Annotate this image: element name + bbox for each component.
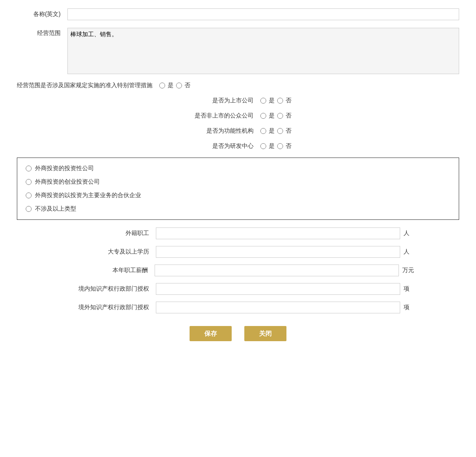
listed-company-radio-group: 是 否	[260, 97, 291, 104]
foreign-employees-unit: 人	[400, 230, 413, 237]
investment-option-3[interactable]: 外商投资的以投资为主要业务的合伙企业	[26, 192, 450, 199]
unlisted-public-radio-group: 是 否	[260, 112, 291, 120]
special-measures-row: 经营范围是否涉及国家规定实施的准入特别管理措施 是 否	[17, 82, 459, 89]
button-area: 保存 关闭	[17, 326, 459, 341]
investment-option-1-radio[interactable]	[26, 166, 32, 171]
investment-option-2[interactable]: 外商投资的创业投资公司	[26, 178, 450, 186]
foreign-employees-label: 外籍职工	[63, 230, 156, 237]
unlisted-public-no-radio[interactable]	[277, 113, 283, 119]
english-name-label: 各称(英文)	[17, 11, 67, 18]
foreign-employees-input[interactable]	[156, 227, 400, 239]
annual-salary-input[interactable]	[155, 265, 399, 276]
listed-company-row: 是否为上市公司 是 否	[17, 97, 459, 104]
investment-option-3-label: 外商投资的以投资为主要业务的合伙企业	[35, 192, 141, 199]
listed-company-no-radio[interactable]	[277, 98, 283, 104]
rd-center-label: 是否为研发中心	[185, 142, 260, 150]
investment-type-box: 外商投资的投资性公司 外商投资的创业投资公司 外商投资的以投资为主要业务的合伙企…	[17, 158, 459, 220]
annual-salary-unit: 万元	[399, 267, 414, 274]
special-measures-label: 经营范围是否涉及国家规定实施的准入特别管理措施	[17, 82, 152, 89]
college-edu-unit: 人	[400, 248, 413, 256]
rd-center-row: 是否为研发中心 是 否	[17, 142, 459, 150]
unlisted-public-no-label[interactable]: 否	[286, 112, 291, 120]
domestic-ip-row: 境内知识产权行政部门授权 项	[17, 283, 459, 295]
overseas-ip-unit: 项	[400, 304, 413, 311]
functional-org-yes-radio[interactable]	[260, 128, 266, 134]
overseas-ip-row: 境外知识产权行政部门授权 项	[17, 302, 459, 313]
foreign-employees-row: 外籍职工 人	[17, 227, 459, 239]
listed-company-label: 是否为上市公司	[185, 97, 260, 104]
rd-center-yes-radio[interactable]	[260, 143, 266, 149]
functional-org-radio-group: 是 否	[260, 127, 291, 135]
investment-option-4-radio[interactable]	[26, 206, 32, 212]
business-scope-label: 经营范围	[17, 28, 67, 37]
unlisted-public-label: 是否非上市的公众公司	[185, 112, 260, 120]
listed-company-yes-radio[interactable]	[260, 98, 266, 104]
investment-option-2-label: 外商投资的创业投资公司	[35, 178, 100, 186]
english-name-row: 各称(英文)	[17, 8, 459, 20]
unlisted-public-row: 是否非上市的公众公司 是 否	[17, 112, 459, 120]
college-edu-row: 大专及以上学历 人	[17, 246, 459, 258]
investment-option-4-label: 不涉及以上类型	[35, 205, 76, 213]
functional-org-no-radio[interactable]	[277, 128, 283, 134]
functional-org-label: 是否为功能性机构	[185, 127, 260, 135]
close-button[interactable]: 关闭	[244, 326, 286, 341]
special-measures-no-label[interactable]: 否	[185, 82, 190, 89]
college-edu-label: 大专及以上学历	[63, 248, 156, 256]
college-edu-input[interactable]	[156, 246, 400, 258]
english-name-input[interactable]	[67, 8, 459, 20]
investment-option-1-label: 外商投资的投资性公司	[35, 165, 94, 172]
special-measures-yes-radio[interactable]	[159, 83, 165, 88]
functional-org-no-label[interactable]: 否	[286, 127, 291, 135]
overseas-ip-input[interactable]	[156, 302, 400, 313]
form-section: 各称(英文) 经营范围 棒球加工、销售。 经营范围是否涉及国家规定实施的准入特别…	[17, 8, 459, 341]
rd-center-radio-group: 是 否	[260, 142, 291, 150]
annual-salary-label: 本年职工薪酬	[62, 267, 155, 274]
rd-center-no-radio[interactable]	[277, 143, 283, 149]
special-measures-yes-label[interactable]: 是	[168, 82, 174, 89]
unlisted-public-yes-label[interactable]: 是	[269, 112, 275, 120]
business-scope-textarea[interactable]: 棒球加工、销售。	[67, 28, 459, 74]
listed-company-yes-label[interactable]: 是	[269, 97, 275, 104]
listed-company-no-label[interactable]: 否	[286, 97, 291, 104]
rd-center-no-label[interactable]: 否	[286, 142, 291, 150]
investment-option-4[interactable]: 不涉及以上类型	[26, 205, 450, 213]
domestic-ip-label: 境内知识产权行政部门授权	[63, 285, 156, 293]
special-measures-no-radio[interactable]	[176, 83, 182, 88]
special-measures-radio-group: 是 否	[159, 82, 190, 89]
overseas-ip-label: 境外知识产权行政部门授权	[63, 304, 156, 311]
annual-salary-row: 本年职工薪酬 万元	[17, 265, 459, 276]
save-button[interactable]: 保存	[190, 326, 232, 341]
functional-org-yes-label[interactable]: 是	[269, 127, 275, 135]
investment-option-1[interactable]: 外商投资的投资性公司	[26, 165, 450, 172]
rd-center-yes-label[interactable]: 是	[269, 142, 275, 150]
investment-option-3-radio[interactable]	[26, 192, 32, 198]
business-scope-row: 经营范围 棒球加工、销售。	[17, 28, 459, 74]
investment-option-2-radio[interactable]	[26, 179, 32, 185]
unlisted-public-yes-radio[interactable]	[260, 113, 266, 119]
domestic-ip-input[interactable]	[156, 283, 400, 295]
functional-org-row: 是否为功能性机构 是 否	[17, 127, 459, 135]
domestic-ip-unit: 项	[400, 285, 413, 293]
